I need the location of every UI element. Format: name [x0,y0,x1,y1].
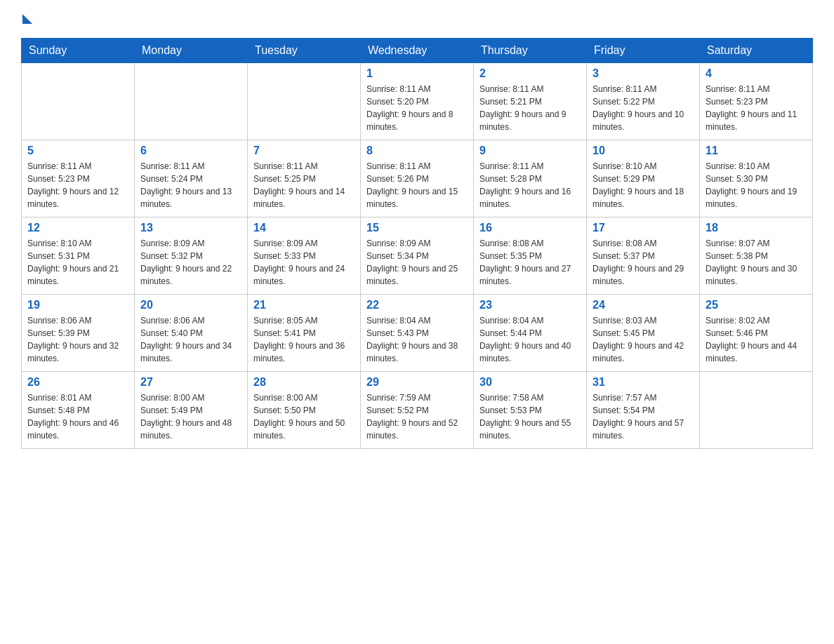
weekday-header-thursday: Thursday [474,39,587,63]
day-number: 3 [593,67,694,80]
calendar-cell: 11 Sunrise: 8:10 AMSunset: 5:30 PMDaylig… [700,140,813,217]
day-info: Sunrise: 8:11 AMSunset: 5:26 PMDaylight:… [366,160,468,210]
week-row-4: 19 Sunrise: 8:06 AMSunset: 5:39 PMDaylig… [22,295,813,372]
day-number: 15 [366,222,468,234]
calendar-cell: 15 Sunrise: 8:09 AMSunset: 5:34 PMDaylig… [361,217,474,295]
day-number: 23 [479,299,581,311]
day-number: 9 [479,145,581,157]
day-info: Sunrise: 8:11 AMSunset: 5:25 PMDaylight:… [253,160,355,210]
day-number: 8 [366,145,468,157]
day-info: Sunrise: 8:09 AMSunset: 5:33 PMDaylight:… [253,237,355,288]
day-number: 6 [140,145,241,157]
day-info: Sunrise: 8:02 AMSunset: 5:46 PMDaylight:… [706,314,807,365]
day-number: 2 [479,67,581,80]
weekday-header-friday: Friday [587,39,700,63]
day-info: Sunrise: 8:11 AMSunset: 5:23 PMDaylight:… [27,160,128,210]
calendar-cell: 5 Sunrise: 8:11 AMSunset: 5:23 PMDayligh… [22,140,135,217]
day-info: Sunrise: 8:07 AMSunset: 5:38 PMDaylight:… [706,237,807,288]
calendar-cell: 18 Sunrise: 8:07 AMSunset: 5:38 PMDaylig… [700,217,813,295]
logo-arrow-icon [22,14,32,24]
day-number: 22 [366,299,468,311]
week-row-5: 26 Sunrise: 8:01 AMSunset: 5:48 PMDaylig… [22,372,813,449]
weekday-header-monday: Monday [135,39,248,63]
calendar-cell: 1 Sunrise: 8:11 AMSunset: 5:20 PMDayligh… [361,63,474,140]
calendar-cell [700,372,813,449]
day-number: 7 [253,145,355,157]
weekday-header-tuesday: Tuesday [248,39,361,63]
day-number: 14 [253,222,355,234]
calendar-cell [135,63,248,140]
day-number: 10 [593,145,694,157]
calendar-cell: 3 Sunrise: 8:11 AMSunset: 5:22 PMDayligh… [587,63,700,140]
day-info: Sunrise: 8:08 AMSunset: 5:37 PMDaylight:… [593,237,694,288]
calendar-cell: 22 Sunrise: 8:04 AMSunset: 5:43 PMDaylig… [361,295,474,372]
week-row-1: 1 Sunrise: 8:11 AMSunset: 5:20 PMDayligh… [22,63,813,140]
calendar-cell: 25 Sunrise: 8:02 AMSunset: 5:46 PMDaylig… [700,295,813,372]
logo [21,14,32,24]
calendar-cell: 7 Sunrise: 8:11 AMSunset: 5:25 PMDayligh… [248,140,361,217]
day-number: 29 [366,376,468,389]
day-info: Sunrise: 8:11 AMSunset: 5:21 PMDaylight:… [479,83,581,133]
calendar-cell: 23 Sunrise: 8:04 AMSunset: 5:44 PMDaylig… [474,295,587,372]
calendar-cell: 24 Sunrise: 8:03 AMSunset: 5:45 PMDaylig… [587,295,700,372]
calendar-cell: 27 Sunrise: 8:00 AMSunset: 5:49 PMDaylig… [135,372,248,449]
calendar-cell: 31 Sunrise: 7:57 AMSunset: 5:54 PMDaylig… [587,372,700,449]
day-number: 25 [706,299,807,311]
calendar-cell: 29 Sunrise: 7:59 AMSunset: 5:52 PMDaylig… [361,372,474,449]
day-info: Sunrise: 7:58 AMSunset: 5:53 PMDaylight:… [479,391,581,442]
day-number: 12 [27,222,128,234]
day-info: Sunrise: 8:06 AMSunset: 5:40 PMDaylight:… [140,314,241,365]
day-info: Sunrise: 7:57 AMSunset: 5:54 PMDaylight:… [593,391,694,442]
calendar-cell: 9 Sunrise: 8:11 AMSunset: 5:28 PMDayligh… [474,140,587,217]
day-number: 26 [27,376,128,389]
weekday-header-sunday: Sunday [22,39,135,63]
day-info: Sunrise: 8:10 AMSunset: 5:31 PMDaylight:… [27,237,128,288]
day-number: 4 [706,67,807,80]
calendar-cell: 16 Sunrise: 8:08 AMSunset: 5:35 PMDaylig… [474,217,587,295]
calendar-cell: 6 Sunrise: 8:11 AMSunset: 5:24 PMDayligh… [135,140,248,217]
calendar-cell: 10 Sunrise: 8:10 AMSunset: 5:29 PMDaylig… [587,140,700,217]
week-row-3: 12 Sunrise: 8:10 AMSunset: 5:31 PMDaylig… [22,217,813,295]
week-row-2: 5 Sunrise: 8:11 AMSunset: 5:23 PMDayligh… [22,140,813,217]
day-info: Sunrise: 8:04 AMSunset: 5:43 PMDaylight:… [366,314,468,365]
day-info: Sunrise: 8:00 AMSunset: 5:50 PMDaylight:… [253,391,355,442]
day-number: 21 [253,299,355,311]
day-info: Sunrise: 8:11 AMSunset: 5:20 PMDaylight:… [366,83,468,133]
day-info: Sunrise: 8:06 AMSunset: 5:39 PMDaylight:… [27,314,128,365]
calendar-cell: 21 Sunrise: 8:05 AMSunset: 5:41 PMDaylig… [248,295,361,372]
day-number: 16 [479,222,581,234]
day-number: 28 [253,376,355,389]
page-header [21,14,813,24]
calendar-table: SundayMondayTuesdayWednesdayThursdayFrid… [21,38,813,449]
day-number: 24 [593,299,694,311]
day-number: 31 [593,376,694,389]
weekday-header-row: SundayMondayTuesdayWednesdayThursdayFrid… [22,39,813,63]
day-info: Sunrise: 8:04 AMSunset: 5:44 PMDaylight:… [479,314,581,365]
weekday-header-wednesday: Wednesday [361,39,474,63]
day-info: Sunrise: 8:00 AMSunset: 5:49 PMDaylight:… [140,391,241,442]
day-info: Sunrise: 8:03 AMSunset: 5:45 PMDaylight:… [593,314,694,365]
day-number: 27 [140,376,241,389]
day-info: Sunrise: 8:08 AMSunset: 5:35 PMDaylight:… [479,237,581,288]
calendar-cell: 2 Sunrise: 8:11 AMSunset: 5:21 PMDayligh… [474,63,587,140]
day-info: Sunrise: 8:10 AMSunset: 5:30 PMDaylight:… [706,160,807,210]
calendar-cell: 8 Sunrise: 8:11 AMSunset: 5:26 PMDayligh… [361,140,474,217]
day-info: Sunrise: 8:11 AMSunset: 5:23 PMDaylight:… [706,83,807,133]
day-info: Sunrise: 8:05 AMSunset: 5:41 PMDaylight:… [253,314,355,365]
day-number: 17 [593,222,694,234]
calendar-cell [248,63,361,140]
day-number: 18 [706,222,807,234]
day-number: 13 [140,222,241,234]
calendar-cell: 17 Sunrise: 8:08 AMSunset: 5:37 PMDaylig… [587,217,700,295]
day-info: Sunrise: 8:11 AMSunset: 5:24 PMDaylight:… [140,160,241,210]
day-number: 11 [706,145,807,157]
calendar-cell: 19 Sunrise: 8:06 AMSunset: 5:39 PMDaylig… [22,295,135,372]
calendar-cell: 20 Sunrise: 8:06 AMSunset: 5:40 PMDaylig… [135,295,248,372]
calendar-cell: 26 Sunrise: 8:01 AMSunset: 5:48 PMDaylig… [22,372,135,449]
day-info: Sunrise: 7:59 AMSunset: 5:52 PMDaylight:… [366,391,468,442]
day-info: Sunrise: 8:10 AMSunset: 5:29 PMDaylight:… [593,160,694,210]
weekday-header-saturday: Saturday [700,39,813,63]
day-info: Sunrise: 8:11 AMSunset: 5:28 PMDaylight:… [479,160,581,210]
calendar-cell [22,63,135,140]
day-number: 5 [27,145,128,157]
